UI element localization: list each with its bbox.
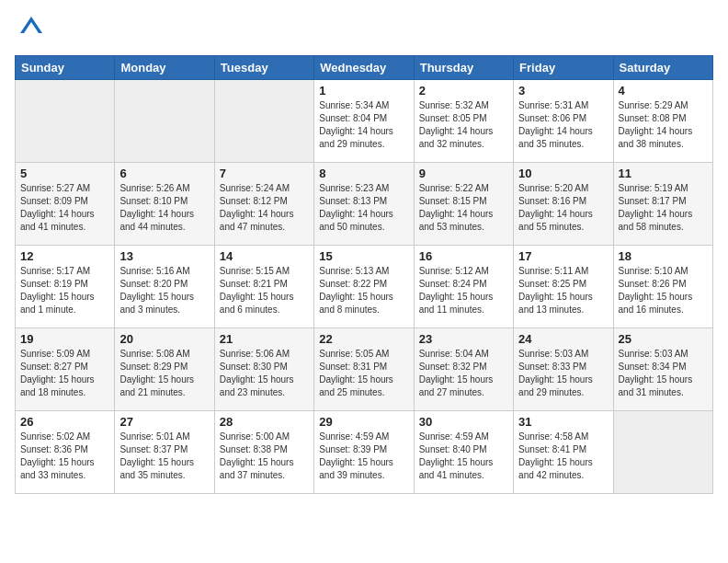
calendar-cell: 4Sunrise: 5:29 AM Sunset: 8:08 PM Daylig…: [613, 80, 712, 163]
calendar-week-3: 12Sunrise: 5:17 AM Sunset: 8:19 PM Dayli…: [16, 246, 713, 328]
day-number: 21: [220, 332, 309, 346]
calendar-cell: 16Sunrise: 5:12 AM Sunset: 8:24 PM Dayli…: [414, 246, 513, 328]
day-info: Sunrise: 5:34 AM Sunset: 8:04 PM Dayligh…: [319, 99, 408, 151]
day-info: Sunrise: 5:16 AM Sunset: 8:20 PM Dayligh…: [119, 265, 209, 316]
logo: [15, 15, 48, 44]
day-info: Sunrise: 5:26 AM Sunset: 8:10 PM Dayligh…: [119, 182, 209, 234]
calendar-cell: 14Sunrise: 5:15 AM Sunset: 8:21 PM Dayli…: [214, 246, 313, 328]
day-number: 13: [119, 249, 209, 263]
calendar-week-2: 5Sunrise: 5:27 AM Sunset: 8:09 PM Daylig…: [16, 163, 713, 246]
calendar-table: SundayMondayTuesdayWednesdayThursdayFrid…: [15, 55, 713, 494]
calendar-cell: 11Sunrise: 5:19 AM Sunset: 8:17 PM Dayli…: [613, 163, 712, 246]
day-number: 25: [619, 332, 708, 346]
calendar-cell: 17Sunrise: 5:11 AM Sunset: 8:25 PM Dayli…: [514, 246, 613, 328]
calendar-cell: 25Sunrise: 5:03 AM Sunset: 8:34 PM Dayli…: [613, 328, 712, 411]
calendar-cell: 3Sunrise: 5:31 AM Sunset: 8:06 PM Daylig…: [514, 80, 613, 163]
day-number: 30: [419, 415, 508, 429]
day-info: Sunrise: 5:27 AM Sunset: 8:09 PM Dayligh…: [20, 182, 109, 234]
day-info: Sunrise: 5:31 AM Sunset: 8:06 PM Dayligh…: [518, 99, 608, 151]
day-info: Sunrise: 5:06 AM Sunset: 8:30 PM Dayligh…: [220, 348, 309, 399]
calendar-cell: [214, 80, 313, 163]
day-info: Sunrise: 5:23 AM Sunset: 8:13 PM Dayligh…: [319, 182, 408, 234]
day-info: Sunrise: 5:12 AM Sunset: 8:24 PM Dayligh…: [419, 265, 508, 316]
calendar-cell: 19Sunrise: 5:09 AM Sunset: 8:27 PM Dayli…: [16, 328, 115, 411]
day-info: Sunrise: 5:13 AM Sunset: 8:22 PM Dayligh…: [319, 265, 408, 316]
calendar-cell: 5Sunrise: 5:27 AM Sunset: 8:09 PM Daylig…: [16, 163, 115, 246]
calendar-cell: 30Sunrise: 4:59 AM Sunset: 8:40 PM Dayli…: [414, 411, 513, 494]
calendar-cell: [613, 411, 712, 494]
day-number: 31: [518, 415, 608, 429]
calendar-cell: 12Sunrise: 5:17 AM Sunset: 8:19 PM Dayli…: [16, 246, 115, 328]
day-number: 1: [319, 84, 408, 98]
calendar-cell: 15Sunrise: 5:13 AM Sunset: 8:22 PM Dayli…: [314, 246, 414, 328]
calendar-cell: 7Sunrise: 5:24 AM Sunset: 8:12 PM Daylig…: [214, 163, 313, 246]
calendar-cell: 10Sunrise: 5:20 AM Sunset: 8:16 PM Dayli…: [514, 163, 613, 246]
day-header-wednesday: Wednesday: [314, 56, 414, 80]
day-number: 29: [319, 415, 408, 429]
day-info: Sunrise: 5:19 AM Sunset: 8:17 PM Dayligh…: [619, 182, 708, 234]
calendar-cell: 28Sunrise: 5:00 AM Sunset: 8:38 PM Dayli…: [214, 411, 313, 494]
day-info: Sunrise: 5:00 AM Sunset: 8:38 PM Dayligh…: [220, 431, 309, 482]
day-number: 5: [20, 167, 109, 180]
day-header-thursday: Thursday: [414, 56, 513, 80]
day-number: 23: [419, 332, 508, 346]
day-number: 6: [119, 167, 209, 180]
day-number: 22: [319, 332, 408, 346]
day-info: Sunrise: 4:58 AM Sunset: 8:41 PM Dayligh…: [518, 431, 608, 482]
day-number: 15: [319, 249, 408, 263]
day-header-monday: Monday: [115, 56, 214, 80]
day-info: Sunrise: 4:59 AM Sunset: 8:39 PM Dayligh…: [319, 431, 408, 482]
calendar-cell: 9Sunrise: 5:22 AM Sunset: 8:15 PM Daylig…: [414, 163, 513, 246]
day-header-saturday: Saturday: [613, 56, 712, 80]
day-number: 7: [220, 167, 309, 180]
day-number: 12: [20, 249, 109, 263]
day-number: 20: [119, 332, 209, 346]
calendar-cell: 2Sunrise: 5:32 AM Sunset: 8:05 PM Daylig…: [414, 80, 513, 163]
day-number: 8: [319, 167, 408, 180]
day-header-tuesday: Tuesday: [214, 56, 313, 80]
day-number: 10: [518, 167, 608, 180]
day-header-friday: Friday: [514, 56, 613, 80]
day-info: Sunrise: 5:11 AM Sunset: 8:25 PM Dayligh…: [518, 265, 608, 316]
calendar-cell: [16, 80, 115, 163]
day-info: Sunrise: 4:59 AM Sunset: 8:40 PM Dayligh…: [419, 431, 508, 482]
calendar-cell: 29Sunrise: 4:59 AM Sunset: 8:39 PM Dayli…: [314, 411, 414, 494]
calendar-cell: 31Sunrise: 4:58 AM Sunset: 8:41 PM Dayli…: [514, 411, 613, 494]
day-info: Sunrise: 5:10 AM Sunset: 8:26 PM Dayligh…: [619, 265, 708, 316]
calendar-cell: 26Sunrise: 5:02 AM Sunset: 8:36 PM Dayli…: [16, 411, 115, 494]
day-info: Sunrise: 5:32 AM Sunset: 8:05 PM Dayligh…: [419, 99, 508, 151]
day-info: Sunrise: 5:09 AM Sunset: 8:27 PM Dayligh…: [20, 348, 109, 399]
calendar-cell: [115, 80, 214, 163]
day-number: 4: [619, 84, 708, 98]
day-info: Sunrise: 5:15 AM Sunset: 8:21 PM Dayligh…: [220, 265, 309, 316]
calendar-cell: 27Sunrise: 5:01 AM Sunset: 8:37 PM Dayli…: [115, 411, 214, 494]
calendar-header: SundayMondayTuesdayWednesdayThursdayFrid…: [16, 56, 713, 80]
calendar-cell: 20Sunrise: 5:08 AM Sunset: 8:29 PM Dayli…: [115, 328, 214, 411]
day-info: Sunrise: 5:17 AM Sunset: 8:19 PM Dayligh…: [20, 265, 109, 316]
day-info: Sunrise: 5:29 AM Sunset: 8:08 PM Dayligh…: [619, 99, 708, 151]
page-header: [15, 15, 713, 44]
day-number: 24: [518, 332, 608, 346]
day-number: 16: [419, 249, 508, 263]
day-number: 9: [419, 167, 508, 180]
calendar-cell: 24Sunrise: 5:03 AM Sunset: 8:33 PM Dayli…: [514, 328, 613, 411]
calendar-cell: 1Sunrise: 5:34 AM Sunset: 8:04 PM Daylig…: [314, 80, 414, 163]
day-info: Sunrise: 5:20 AM Sunset: 8:16 PM Dayligh…: [518, 182, 608, 234]
calendar-week-4: 19Sunrise: 5:09 AM Sunset: 8:27 PM Dayli…: [16, 328, 713, 411]
day-info: Sunrise: 5:03 AM Sunset: 8:33 PM Dayligh…: [518, 348, 608, 399]
day-number: 11: [619, 167, 708, 180]
day-number: 3: [518, 84, 608, 98]
day-number: 27: [119, 415, 209, 429]
day-info: Sunrise: 5:01 AM Sunset: 8:37 PM Dayligh…: [119, 431, 209, 482]
calendar-week-1: 1Sunrise: 5:34 AM Sunset: 8:04 PM Daylig…: [16, 80, 713, 163]
calendar-cell: 22Sunrise: 5:05 AM Sunset: 8:31 PM Dayli…: [314, 328, 414, 411]
calendar-cell: 13Sunrise: 5:16 AM Sunset: 8:20 PM Dayli…: [115, 246, 214, 328]
day-number: 19: [20, 332, 109, 346]
day-number: 2: [419, 84, 508, 98]
day-info: Sunrise: 5:05 AM Sunset: 8:31 PM Dayligh…: [319, 348, 408, 399]
day-info: Sunrise: 5:03 AM Sunset: 8:34 PM Dayligh…: [619, 348, 708, 399]
day-number: 14: [220, 249, 309, 263]
calendar-cell: 6Sunrise: 5:26 AM Sunset: 8:10 PM Daylig…: [115, 163, 214, 246]
calendar-week-5: 26Sunrise: 5:02 AM Sunset: 8:36 PM Dayli…: [16, 411, 713, 494]
logo-icon: [18, 15, 44, 40]
